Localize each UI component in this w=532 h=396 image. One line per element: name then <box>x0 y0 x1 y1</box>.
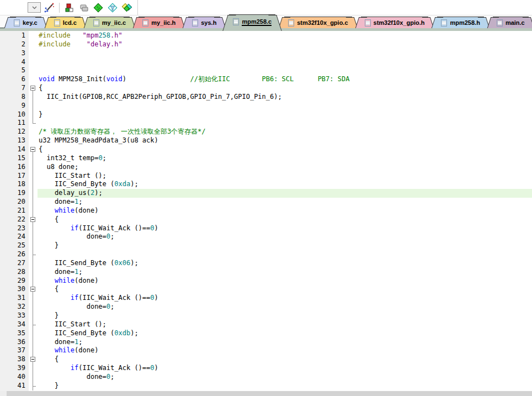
code-segment: (done) <box>75 277 98 284</box>
code-line[interactable]: } <box>38 110 532 119</box>
code-line[interactable]: if(IIC_Wait_Ack ()==0) <box>38 294 532 303</box>
code-line[interactable]: #include "delay.h" <box>38 40 532 49</box>
code-line[interactable]: done=0; <box>38 303 532 311</box>
code-segment: void <box>39 75 55 83</box>
code-line[interactable]: done=0; <box>38 233 532 241</box>
code-line[interactable]: { <box>38 145 532 154</box>
code-line[interactable]: while(done) <box>38 207 532 215</box>
fold-margin <box>29 355 38 364</box>
fold-guide <box>33 110 33 119</box>
code-line[interactable]: done=1; <box>38 198 532 207</box>
fold-margin <box>29 102 38 110</box>
tab-stm32f10x_gpio.c[interactable]: stm32f10x_gpio.c <box>284 17 352 28</box>
code-line[interactable] <box>38 49 532 58</box>
code-line[interactable]: { <box>38 84 532 93</box>
code-row-22: 22 { <box>0 215 532 224</box>
horizontal-scrollbar[interactable] <box>0 391 532 396</box>
fold-margin <box>29 285 38 294</box>
code-line[interactable]: void MPM258_Init(void) //初始化IIC PB6: SCL… <box>38 75 532 84</box>
code-segment: (IIC_Wait_Ack ()== <box>78 224 150 232</box>
tab-sys.h[interactable]: sys.h <box>188 17 220 28</box>
fold-toggle-box[interactable] <box>30 86 35 91</box>
code-line[interactable]: done=1; <box>38 268 532 277</box>
tab-my_iic.c[interactable]: my_iic.c <box>89 17 130 28</box>
cascade-windows-button[interactable] <box>78 2 90 14</box>
code-line[interactable]: } <box>38 382 532 390</box>
tab-label: stm32f10x_gpio.h <box>374 19 425 26</box>
code-row-11: 11 <box>0 119 532 128</box>
code-row-16: 16 u8 done; <box>0 163 532 172</box>
document-icon <box>365 19 371 27</box>
code-line[interactable]: #include "mpm258.h" <box>38 31 532 40</box>
code-line[interactable] <box>38 119 532 128</box>
code-segment: void <box>107 75 123 83</box>
tab-mpm258.h[interactable]: mpm258.h <box>437 17 483 28</box>
fold-guide <box>33 325 36 325</box>
line-number: 3 <box>0 49 29 58</box>
code-line[interactable]: { <box>38 355 532 364</box>
code-line[interactable]: IIC_Init(GPIOB,RCC_APB2Periph_GPIOB,GPIO… <box>38 93 532 102</box>
fold-toggle-box[interactable] <box>30 357 35 362</box>
code-line[interactable] <box>38 58 532 67</box>
build-blocks-button[interactable] <box>63 2 76 14</box>
chevron-down-icon <box>32 6 37 9</box>
fold-margin <box>29 75 38 84</box>
code-line[interactable]: done=1; <box>38 338 532 347</box>
code-line[interactable]: while(done) <box>38 277 532 286</box>
fold-toggle-box[interactable] <box>30 217 35 222</box>
code-line[interactable]: if(IIC_Wait_Ack ()==0) <box>38 224 532 233</box>
horizontal-scrollbar-thumb[interactable] <box>0 391 7 396</box>
code-line[interactable]: if(IIC_Wait_Ack ()==0) <box>38 364 532 373</box>
multi-diamond-button[interactable] <box>121 2 133 14</box>
code-line[interactable]: u8 done; <box>38 163 532 172</box>
fold-guide <box>33 154 33 163</box>
code-line[interactable] <box>38 66 532 75</box>
code-line[interactable]: } <box>38 311 532 320</box>
fold-margin <box>29 145 38 154</box>
code-line[interactable]: IIC_Send_Byte (0xdb); <box>38 329 532 338</box>
code-line[interactable]: IIC_Send_Byte (0xda); <box>38 180 532 189</box>
tab-mpm258.c[interactable]: mpm258.c <box>229 14 275 31</box>
tab-main.c[interactable]: main.c <box>493 17 529 28</box>
code-line[interactable]: { <box>38 285 532 294</box>
code-segment: } <box>39 311 58 319</box>
green-diamond-button[interactable] <box>92 2 104 14</box>
code-line[interactable]: { <box>38 215 532 224</box>
fold-margin <box>29 329 38 338</box>
tab-key.c[interactable]: key.c <box>10 17 41 28</box>
fold-toggle-box[interactable] <box>30 287 35 292</box>
line-number: 23 <box>0 224 29 233</box>
funnel-diamond-button[interactable] <box>107 2 119 14</box>
code-line[interactable]: done=0; <box>38 373 532 382</box>
fold-toggle-box[interactable] <box>30 147 35 152</box>
document-icon <box>497 19 503 27</box>
code-segment: ; <box>110 233 114 240</box>
code-editor[interactable]: 1#include "mpm258.h"2#include "delay.h"3… <box>0 31 532 391</box>
line-number: 30 <box>0 285 29 294</box>
tab-lcd.c[interactable]: lcd.c <box>50 17 81 28</box>
tab-my_iic.h[interactable]: my_iic.h <box>139 17 179 28</box>
code-segment: { <box>39 215 58 223</box>
code-line[interactable]: IIC_Send_Byte (0x06); <box>38 259 532 268</box>
tab-stm32f10x_gpio.h[interactable]: stm32f10x_gpio.h <box>361 17 429 28</box>
code-line[interactable]: IIC_Start (); <box>38 172 532 181</box>
code-line[interactable] <box>38 250 532 259</box>
code-line[interactable]: IIC_Start (); <box>38 320 532 329</box>
fold-margin <box>29 136 38 145</box>
file-tabs: key.clcd.cmy_iic.cmy_iic.hsys.hmpm258.cs… <box>6 14 532 28</box>
symbol-dropdown[interactable] <box>28 2 41 13</box>
line-number: 34 <box>0 320 29 329</box>
tab-label: mpm258.c <box>242 18 272 26</box>
code-segment: done= <box>39 373 107 381</box>
code-line[interactable]: while(done) <box>38 346 532 355</box>
fold-guide <box>33 373 33 382</box>
code-row-29: 29 while(done) <box>0 277 532 286</box>
code-line[interactable] <box>38 102 532 110</box>
code-line[interactable]: /* 读取压力数据寄存器， 一次性读取全部3个寄存器*/ <box>38 128 532 136</box>
symbol-wand-button[interactable] <box>43 2 55 14</box>
code-line[interactable]: delay_us(2); <box>38 189 532 198</box>
code-line[interactable]: u32 MPM258_ReadPdata_3(u8 ack) <box>38 136 532 145</box>
document-icon <box>54 19 60 27</box>
code-line[interactable]: } <box>38 241 532 250</box>
code-line[interactable]: int32_t temp=0; <box>38 154 532 163</box>
